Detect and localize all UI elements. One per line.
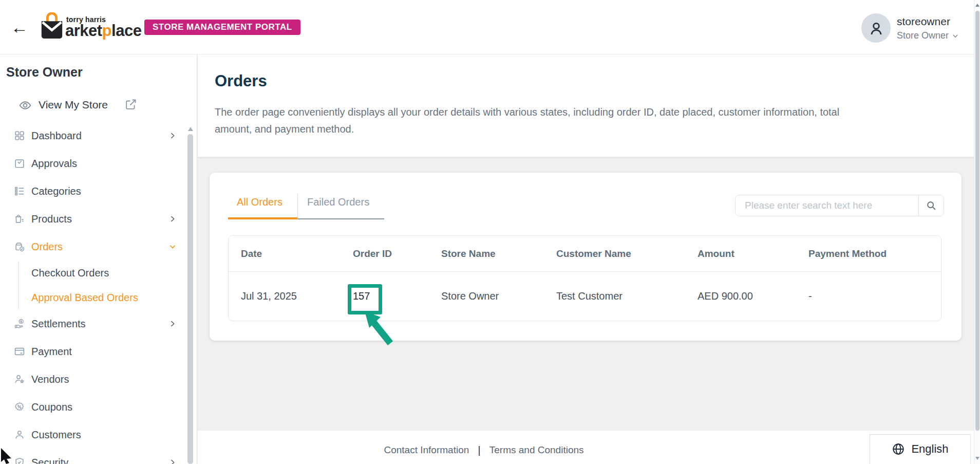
footer-link-terms-and-conditions[interactable]: Terms and Conditions: [489, 444, 584, 456]
sidebar-item-view-my-store[interactable]: View My Store: [0, 95, 197, 115]
app-header: ← torry harris arketplace STORE MANAGEME…: [0, 0, 980, 54]
mouse-cursor: [0, 448, 13, 464]
approvals-icon: [14, 158, 25, 169]
column-header-payment-method: Payment Method: [796, 248, 941, 259]
sidebar-item-label: Vendors: [31, 374, 69, 385]
page-header-section: Orders The order page conveniently displ…: [198, 54, 974, 157]
scrollbar-up-arrow[interactable]: [975, 4, 979, 7]
scrollbar-down-arrow[interactable]: [975, 457, 979, 460]
sidebar-heading: Store Owner: [6, 65, 83, 80]
table-header-row: DateOrder IDStore NameCustomer NameAmoun…: [229, 236, 941, 272]
sidebar-item-vendors[interactable]: Vendors: [0, 365, 197, 393]
sidebar-item-customers[interactable]: Customers: [0, 421, 197, 449]
chevron-right-icon: [168, 320, 177, 328]
page-description: The order page conveniently displays all…: [215, 104, 839, 138]
orders-tabs: All OrdersFailed Orders: [228, 194, 384, 219]
user-role-menu[interactable]: Store Owner: [897, 30, 959, 41]
security-icon: [14, 457, 25, 464]
sidebar-item-label: Orders: [31, 241, 63, 253]
search-icon: [926, 200, 937, 211]
main-content: Orders The order page conveniently displ…: [197, 54, 974, 464]
chevron-right-icon: [168, 215, 177, 223]
external-link-icon: [125, 98, 137, 110]
footer: Contact Information|Terms and Conditions: [198, 431, 974, 464]
sidebar-item-label: Categories: [31, 185, 81, 197]
tab-failed-orders[interactable]: Failed Orders: [297, 194, 384, 219]
user-name: storeowner: [897, 15, 950, 28]
sidebar-nav: DashboardApprovalsCategoriesProductsOrde…: [0, 122, 197, 464]
footer-links: Contact Information|Terms and Conditions: [384, 444, 583, 456]
column-header-store-name: Store Name: [429, 248, 544, 259]
sidebar-item-approvals[interactable]: Approvals: [0, 150, 197, 177]
footer-separator: |: [478, 444, 480, 456]
globe-icon: [892, 442, 905, 456]
eye-icon: [18, 99, 32, 112]
settlements-icon: [14, 318, 25, 329]
categories-icon: [14, 185, 25, 197]
sidebar-item-label: Dashboard: [31, 130, 82, 142]
sidebar: Store Owner View My Store DashboardAppro…: [0, 54, 197, 464]
column-header-date: Date: [229, 248, 341, 259]
user-avatar[interactable]: [861, 13, 891, 43]
back-button[interactable]: ←: [8, 16, 31, 39]
customers-icon: [14, 429, 25, 440]
vendors-icon: [14, 374, 25, 385]
brand-marketplace: arketplace: [65, 22, 141, 40]
sidebar-item-label: Approvals: [31, 158, 77, 170]
sidebar-item-orders[interactable]: Orders: [0, 233, 197, 261]
chevron-down-icon: [168, 243, 177, 251]
cell-amount: AED 900.00: [685, 290, 796, 302]
annotation-arrow: [360, 307, 401, 348]
scrollbar-thumb[interactable]: [975, 11, 979, 431]
sidebar-item-approval-based-orders[interactable]: Approval Based Orders: [0, 285, 197, 310]
sidebar-item-products[interactable]: Products: [0, 205, 197, 233]
person-icon: [868, 20, 885, 37]
payment-icon: [14, 346, 25, 357]
sidebar-scrollbar-up-arrow[interactable]: [188, 127, 193, 131]
sidebar-scrollbar-thumb[interactable]: [187, 134, 193, 464]
sidebar-item-label: Customers: [31, 429, 81, 441]
language-button[interactable]: English: [870, 434, 971, 464]
column-header-order-id: Order ID: [341, 248, 429, 259]
products-icon: [14, 213, 25, 225]
chevron-right-icon: [168, 458, 177, 464]
chevron-right-icon: [168, 132, 177, 140]
search-control: [735, 195, 944, 216]
table-row[interactable]: Jul 31, 2025157Store OwnerTest CustomerA…: [229, 272, 941, 321]
orders-table: DateOrder IDStore NameCustomer NameAmoun…: [228, 235, 941, 321]
tab-all-orders[interactable]: All Orders: [228, 194, 297, 219]
column-header-customer-name: Customer Name: [544, 248, 685, 259]
sidebar-item-coupons[interactable]: Coupons: [0, 393, 197, 421]
cell-payment-method: -: [796, 290, 941, 302]
sidebar-item-checkout-orders[interactable]: Checkout Orders: [0, 261, 197, 285]
search-button[interactable]: [918, 195, 944, 216]
sidebar-subitem-label: Approval Based Orders: [31, 292, 138, 304]
sidebar-item-categories[interactable]: Categories: [0, 177, 197, 205]
cell-store-name: Store Owner: [429, 290, 544, 302]
store-management-portal-badge: STORE MANAGEMENT PORTAL: [144, 20, 300, 35]
page-title: Orders: [215, 72, 267, 90]
sidebar-item-dashboard[interactable]: Dashboard: [0, 122, 197, 150]
tab-label: All Orders: [237, 196, 282, 208]
orders-icon: [14, 241, 25, 252]
footer-link-contact-information[interactable]: Contact Information: [384, 444, 469, 456]
cell-customer-name: Test Customer: [544, 290, 685, 302]
page-scrollbar[interactable]: [974, 0, 980, 464]
sidebar-item-label: Security: [31, 457, 68, 464]
sub-items-guide-line: [18, 262, 19, 309]
orders-card: All OrdersFailed Orders DateOrder IDStor…: [210, 173, 962, 341]
language-label: English: [911, 442, 948, 456]
sidebar-item-security[interactable]: Security: [0, 449, 197, 464]
sidebar-item-label: Coupons: [31, 401, 72, 413]
cell-date: Jul 31, 2025: [229, 290, 341, 302]
chevron-down-icon: [952, 32, 959, 40]
dashboard-icon: [14, 130, 25, 141]
coupons-icon: [14, 401, 25, 413]
sidebar-item-payment[interactable]: Payment: [0, 338, 197, 365]
column-header-amount: Amount: [685, 248, 796, 259]
sidebar-item-label: Settlements: [31, 318, 86, 330]
sidebar-item-settlements[interactable]: Settlements: [0, 310, 197, 338]
sidebar-item-label: Payment: [31, 346, 72, 358]
search-input[interactable]: [736, 195, 918, 216]
tab-label: Failed Orders: [307, 196, 369, 208]
